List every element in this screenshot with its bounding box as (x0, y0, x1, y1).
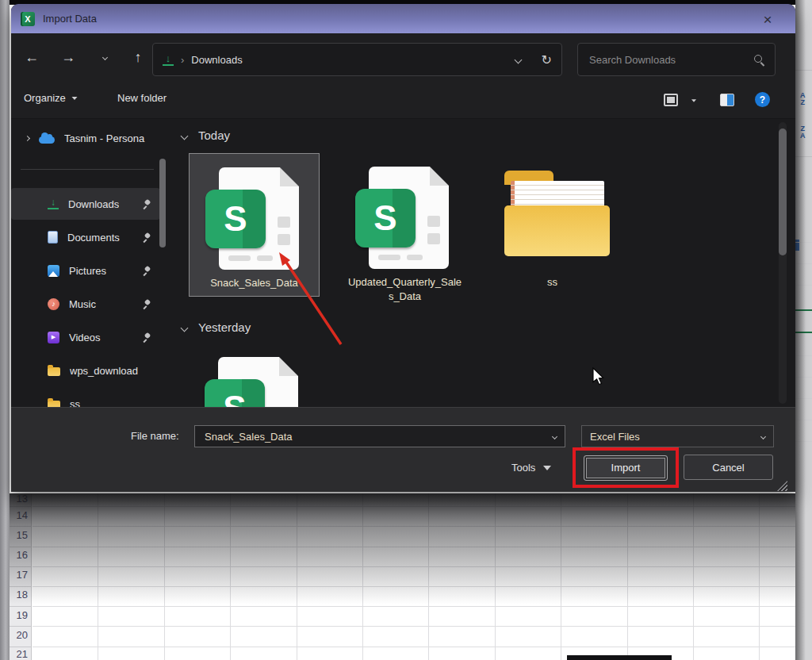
sidebar-scrollbar[interactable] (159, 159, 166, 248)
file-type-value: Excel Files (590, 431, 640, 443)
excel-app-icon: X (21, 12, 35, 26)
search-box (577, 43, 776, 76)
up-button[interactable]: ↑ (127, 46, 149, 68)
refresh-button[interactable]: ↻ (542, 52, 552, 67)
document-icon (48, 231, 58, 244)
pin-icon (142, 199, 152, 209)
sidebar-divider (21, 169, 154, 170)
import-highlight-annotation: Import (573, 447, 679, 488)
excel-grid (33, 493, 795, 660)
file-tile-snack-sales-data[interactable]: S Snack_Sales_Data (189, 153, 320, 297)
dialog-footer: File name: Excel Files Tools Import Canc… (11, 407, 795, 492)
sidebar-item-ss[interactable]: ss (11, 388, 160, 407)
search-icon[interactable] (753, 54, 765, 66)
pin-icon (142, 299, 152, 309)
file-label: Snack_Sales_Data (190, 276, 319, 290)
row-number: 16 (10, 550, 28, 561)
group-header-today[interactable]: Today (198, 129, 230, 142)
sidebar-item-pictures[interactable]: Pictures (11, 255, 160, 286)
sidebar-item-videos[interactable]: ▶ Videos (11, 321, 160, 353)
folder-icon (48, 401, 60, 407)
excel-row-header: 13 14 15 16 17 18 19 20 21 (10, 493, 32, 660)
row-number: 15 (10, 530, 28, 541)
row-number: 20 (10, 630, 28, 641)
folder-tile-ss[interactable]: ss (487, 153, 618, 297)
view-mode-button[interactable] (664, 94, 678, 106)
folder-icon (48, 367, 60, 376)
breadcrumb-downloads[interactable]: Downloads (191, 54, 242, 66)
up-icon: ↑ (135, 49, 142, 66)
sidebar-item-wps-download[interactable]: wps_download (11, 355, 160, 386)
preview-pane-button[interactable] (720, 94, 734, 106)
address-bar[interactable]: ↓ › Downloads ↻ (152, 43, 562, 76)
chevron-down-icon (102, 54, 107, 59)
file-type-select[interactable]: Excel Files (581, 425, 774, 447)
search-input[interactable] (588, 53, 753, 67)
video-icon: ▶ (48, 332, 59, 343)
file-tile-partial[interactable]: S (189, 343, 320, 407)
dialog-content: Tasnim - Persona ↓ Downloads Documents P… (11, 119, 795, 407)
chevron-down-icon[interactable] (181, 132, 189, 140)
thumbnail-view-icon (664, 94, 678, 106)
downloads-folder-icon: ↓ (163, 54, 174, 66)
help-icon: ? (755, 92, 770, 107)
file-label: Updated_Quarterly_Sales_Data (347, 275, 463, 304)
new-folder-button[interactable]: New folder (117, 92, 167, 104)
file-name-input[interactable] (203, 430, 553, 443)
music-icon: ♪ (48, 298, 59, 310)
file-label: ss (487, 275, 618, 290)
excel-sheet-background: 13 14 15 16 17 18 19 20 21 (10, 493, 795, 660)
group-header-yesterday[interactable]: Yesterday (198, 320, 251, 334)
sheet-logo: S (205, 190, 266, 248)
close-button[interactable]: × (757, 9, 778, 29)
file-tile-updated-quarterly-sales-data[interactable]: S Updated_Quarterly_Sales_Data (339, 153, 470, 297)
expand-chevron-icon[interactable] (25, 135, 30, 140)
tools-button[interactable]: Tools (511, 462, 551, 474)
screenshot-stage: 13 14 15 16 17 18 19 20 21 AZ ZA (0, 0, 812, 660)
file-name-label: File name: (131, 430, 179, 442)
chevron-down-icon (760, 433, 766, 439)
view-mode-dropdown[interactable] (690, 98, 698, 103)
chevron-down-icon[interactable] (181, 324, 189, 332)
breadcrumb-separator: › (181, 54, 184, 66)
chevron-down-icon (691, 99, 696, 102)
row-number: 19 (10, 610, 28, 621)
sidebar-item-onedrive[interactable]: Tasnim - Persona (11, 127, 167, 149)
file-list-scrollbar-thumb[interactable] (779, 129, 787, 255)
excel-ribbon-right-edge: AZ ZA (795, 0, 812, 660)
excel-window-left-edge (0, 0, 10, 660)
address-chevron-icon[interactable] (514, 56, 522, 63)
pin-icon (142, 266, 152, 276)
row-number: 21 (10, 649, 28, 660)
resize-grip[interactable] (777, 481, 787, 491)
sidebar-item-music[interactable]: ♪ Music (11, 288, 160, 320)
picture-icon (48, 265, 59, 277)
chevron-down-icon (543, 466, 551, 470)
file-name-field (194, 425, 565, 447)
help-button[interactable]: ? (755, 92, 770, 107)
back-button[interactable]: ← (21, 46, 43, 68)
cancel-button[interactable]: Cancel (684, 455, 773, 480)
sidebar-item-documents[interactable]: Documents (11, 221, 160, 253)
row-number: 14 (10, 510, 28, 521)
download-icon: ↓ (48, 198, 59, 209)
import-button[interactable]: Import (584, 455, 668, 481)
dialog-titlebar[interactable]: X Import Data × (11, 4, 795, 33)
row-number: 17 (10, 570, 28, 581)
sidebar-item-downloads[interactable]: ↓ Downloads (11, 188, 160, 220)
back-icon: ← (25, 49, 39, 66)
forward-button[interactable]: → (57, 46, 79, 68)
recent-locations-button[interactable] (94, 46, 116, 68)
pin-icon (142, 332, 152, 343)
command-toolbar: Organize New folder ? (11, 81, 795, 119)
taskbar-fragment (567, 655, 672, 660)
pin-icon (142, 232, 152, 243)
organize-button[interactable]: Organize (24, 92, 79, 104)
chevron-down-icon (71, 96, 77, 99)
file-name-dropdown-chevron[interactable] (552, 433, 557, 439)
row-number: 13 (10, 493, 28, 505)
sheet-logo: S (205, 379, 265, 407)
import-data-dialog: X Import Data × ← → ↑ ↓ › Downloads ↻ (11, 4, 795, 492)
folder-icon-large (504, 171, 610, 256)
row-number: 18 (10, 589, 28, 601)
